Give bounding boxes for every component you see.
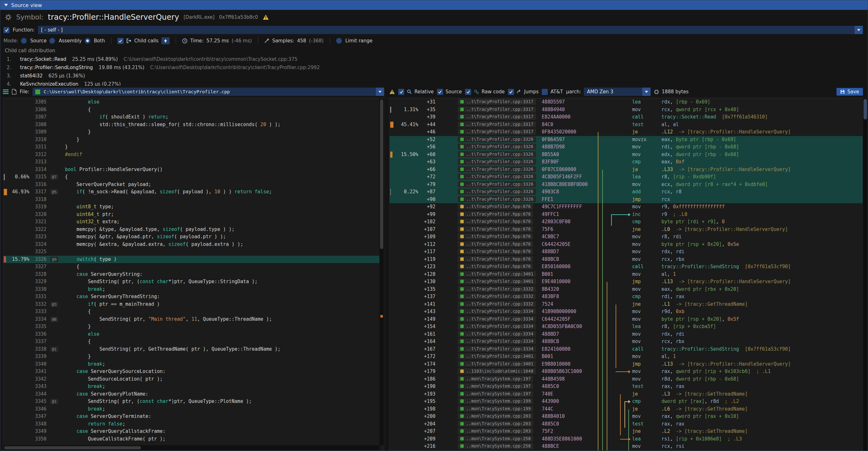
source-line[interactable]: 3340 break; <box>3 361 384 368</box>
sample-bar <box>390 107 391 113</box>
chevron-down-icon[interactable] <box>855 26 863 34</box>
file-list-icon[interactable] <box>3 89 9 94</box>
source-line[interactable]: 3313 <box>3 158 384 166</box>
child-call-item[interactable]: 3. stat64i32 625 µs (1.36%) <box>7 72 868 80</box>
source-line[interactable]: 3325 <box>3 248 384 256</box>
pane-splitter[interactable] <box>384 98 389 451</box>
source-line[interactable]: 3327 { <box>3 263 384 271</box>
radio-both-label: Both <box>94 38 105 43</box>
instruction-offset: +35 <box>422 106 440 114</box>
source-line[interactable]: 3337 { <box>3 338 384 345</box>
asm-group-annotation: @9 <box>50 257 58 262</box>
child-call-item[interactable]: 2. tracy::Profiler::SendLongString 19.88… <box>7 63 868 72</box>
line-number: 3343 <box>32 383 50 390</box>
child-call-item[interactable]: 4. KeSynchronizeExecution 125 µs (0.27%) <box>7 80 868 86</box>
source-line[interactable]: 3307 if( shouldExit ) return; <box>3 113 384 121</box>
source-line[interactable]: 3319 uint8_t type; <box>3 203 384 211</box>
source-line[interactable]: 3334 @6 SendString( ptr, "Main thread", … <box>3 315 384 323</box>
source-line[interactable]: 3330 break; <box>3 286 384 293</box>
title-bar[interactable]: Source view <box>0 0 868 10</box>
source-line[interactable]: 3316 ServerQueryPacket payload; <box>3 181 384 188</box>
source-line[interactable]: 3322 memcpy( &type, &payload.type, sizeo… <box>3 226 384 234</box>
source-line[interactable]: 3314 bool Profiler::HandleServerQuery() <box>3 166 384 174</box>
chevron-down-icon[interactable] <box>376 88 384 96</box>
source-line[interactable]: 3348 return false; <box>3 420 384 428</box>
source-horizontal-scrollbar[interactable] <box>3 445 379 450</box>
source-code-text: uint32_t extra; <box>65 218 384 226</box>
scrollbar-thumb[interactable] <box>4 446 141 449</box>
mnemonic: lea <box>632 98 661 106</box>
raw-code-checkbox[interactable] <box>465 89 471 95</box>
source-code-text: SendSourceLocation( ptr ); <box>65 375 384 383</box>
source-line[interactable]: 3342 SendSourceLocation( ptr ); <box>3 375 384 383</box>
chevron-down-icon[interactable] <box>642 88 651 96</box>
function-combo[interactable]: [ - self - ] <box>38 26 863 34</box>
instruction-bytes: 488B4940 <box>542 106 595 114</box>
operands: .L6 -> [tracy::GetThreadName] <box>661 405 863 413</box>
source-line[interactable]: 3321 uint32_t extra; <box>3 218 384 226</box>
source-line[interactable]: 3346 break; <box>3 405 384 413</box>
source-line[interactable]: 3335 } <box>3 323 384 331</box>
mnemonic: inc <box>632 211 661 218</box>
radio-source-label: Source <box>30 38 47 43</box>
source-line[interactable]: 3324 memcpy( &extra, &payload.extra, siz… <box>3 241 384 248</box>
instruction-offset: +31 <box>422 98 440 106</box>
source-line[interactable]: 3323 memcpy( &ptr, &payload.ptr, sizeof(… <box>3 233 384 241</box>
line-number: 3324 <box>32 241 50 248</box>
source-location-button[interactable]: ..mon\TracySystem.cpp:258 <box>458 443 533 449</box>
source-line[interactable]: 15.79% 3326 @9 switch( type ) <box>3 256 384 263</box>
source-line[interactable]: 3305 else <box>3 98 384 106</box>
source-line[interactable]: 3343 break; <box>3 383 384 390</box>
source-line[interactable]: 3349 case ServerQueryCallstackFrame: <box>3 428 384 435</box>
source-line[interactable]: 0.66% 3315 @7 { <box>3 173 384 181</box>
child-call-item[interactable]: 1. tracy::Socket::Read 25.25 ms (54.89%)… <box>7 55 868 63</box>
uarch-combo[interactable]: AMD Zen 3 <box>584 88 651 96</box>
source-line[interactable]: 3311 } <box>3 143 384 151</box>
source-line[interactable]: 3341 case ServerQuerySourceLocation: <box>3 368 384 375</box>
child-call-distribution-header[interactable]: Child call distribution <box>0 46 868 55</box>
source-line[interactable]: 3339 } <box>3 353 384 361</box>
file-combo[interactable]: C:\Users\wolf\Desktop\darkrl\contrib\tra… <box>32 88 384 96</box>
source-line[interactable]: 46.93% 3317 @5 if( !m_sock->Read( &paylo… <box>3 188 384 196</box>
instruction-bytes: E824AA0000 <box>542 113 595 121</box>
instruction-bytes: 42803C0F00 <box>542 218 595 226</box>
source-vertical-scrollbar[interactable] <box>379 98 384 445</box>
source-line[interactable]: 3312 #endif <box>3 151 384 159</box>
source-line[interactable]: 3329 SendString( ptr, (const char*)ptr, … <box>3 278 384 286</box>
source-checkbox[interactable] <box>437 89 443 95</box>
source-line[interactable]: 3309 } <box>3 128 384 136</box>
source-line[interactable]: 3318 <box>3 196 384 204</box>
child-call-name: tracy::Socket::Read <box>20 56 66 62</box>
source-line[interactable]: 3332 @3 if( ptr == m_mainThread ) <box>3 301 384 308</box>
source-line[interactable]: 3350 QueueCallstackFrame( ptr ); <box>3 435 384 443</box>
source-line[interactable]: 3320 uint64_t ptr; <box>3 211 384 218</box>
source-line[interactable]: 3336 else <box>3 331 384 338</box>
limit-range-checkbox[interactable] <box>336 38 342 43</box>
child-calls-checkbox[interactable] <box>118 38 124 44</box>
propagate-button[interactable] <box>161 37 169 44</box>
source-line[interactable]: 3347 case ServerQueryTerminate: <box>3 413 384 420</box>
source-line[interactable]: 3310 } <box>3 136 384 144</box>
source-line[interactable]: 3344 case ServerQueryPlotName: <box>3 390 384 398</box>
collapse-icon[interactable] <box>4 4 8 6</box>
source-line[interactable]: 3308 std::this_thread::sleep_for( std::c… <box>3 121 384 129</box>
save-button[interactable]: Save <box>836 88 863 95</box>
source-line[interactable]: 3345 @1 SendString( ptr, (const char*)pt… <box>3 398 384 405</box>
radio-source[interactable] <box>21 38 27 43</box>
source-line[interactable]: 3331 case ServerQueryThreadString: <box>3 293 384 301</box>
scrollbar-thumb[interactable] <box>380 99 383 249</box>
radio-both[interactable] <box>85 38 90 43</box>
relative-checkbox[interactable] <box>398 89 404 95</box>
radio-assembly[interactable] <box>49 38 55 43</box>
source-line[interactable]: 3338 @1 SendString( ptr, GetThreadName( … <box>3 345 384 353</box>
source-line[interactable]: 3333 { <box>3 308 384 315</box>
window-vertical-scrollbar[interactable] <box>863 98 868 451</box>
jumps-checkbox[interactable] <box>508 89 514 95</box>
scrollbar-thumb[interactable] <box>864 99 867 119</box>
source-view-window: Source view Symbol: tracy::Profiler::Han… <box>0 0 868 451</box>
function-checkbox[interactable] <box>3 27 9 33</box>
source-line[interactable]: 3306 { <box>3 106 384 114</box>
source-line[interactable]: 3328 case ServerQueryString: <box>3 271 384 278</box>
att-checkbox[interactable] <box>542 89 548 95</box>
assembly-line[interactable]: +216 ..mon\TracySystem.cpp:258 488BCE mo… <box>390 443 863 450</box>
